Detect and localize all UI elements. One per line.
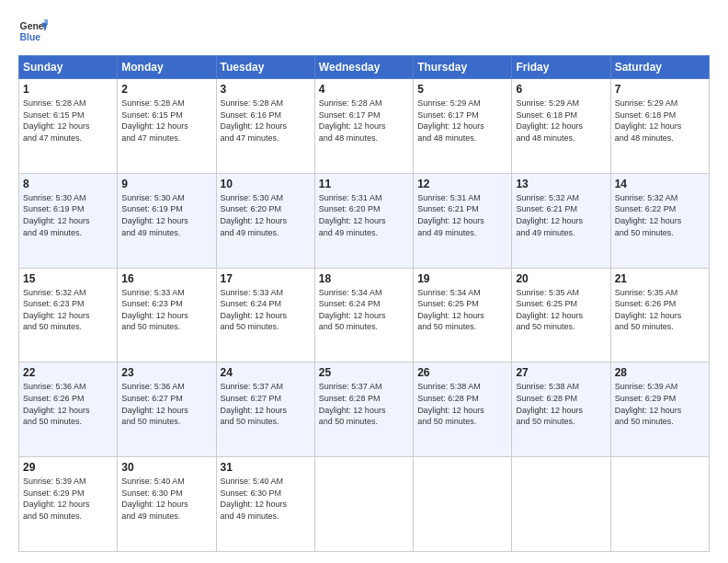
day-info: Sunrise: 5:40 AM Sunset: 6:30 PM Dayligh…: [121, 476, 211, 522]
day-info: Sunrise: 5:35 AM Sunset: 6:25 PM Dayligh…: [516, 287, 606, 333]
calendar-day-11: 11Sunrise: 5:31 AM Sunset: 6:20 PM Dayli…: [314, 173, 413, 268]
calendar-day-9: 9Sunrise: 5:30 AM Sunset: 6:19 PM Daylig…: [118, 173, 216, 268]
calendar-day-17: 17Sunrise: 5:33 AM Sunset: 6:24 PM Dayli…: [216, 268, 314, 362]
day-info: Sunrise: 5:39 AM Sunset: 6:29 PM Dayligh…: [615, 381, 705, 427]
logo-icon: General Blue: [18, 17, 48, 46]
day-number: 22: [23, 366, 113, 379]
calendar-day-14: 14Sunrise: 5:32 AM Sunset: 6:22 PM Dayli…: [610, 173, 709, 268]
day-info: Sunrise: 5:36 AM Sunset: 6:26 PM Dayligh…: [23, 381, 113, 427]
day-number: 30: [121, 461, 211, 474]
day-number: 9: [121, 178, 211, 190]
day-info: Sunrise: 5:30 AM Sunset: 6:19 PM Dayligh…: [23, 192, 113, 238]
calendar-day-29: 29Sunrise: 5:39 AM Sunset: 6:29 PM Dayli…: [19, 457, 118, 552]
day-number: 31: [221, 461, 311, 474]
calendar-day-4: 4Sunrise: 5:28 AM Sunset: 6:17 PM Daylig…: [314, 79, 413, 174]
logo: General Blue: [18, 17, 48, 46]
calendar-week-3: 15Sunrise: 5:32 AM Sunset: 6:23 PM Dayli…: [19, 268, 710, 362]
day-info: Sunrise: 5:38 AM Sunset: 6:28 PM Dayligh…: [516, 381, 606, 427]
day-info: Sunrise: 5:31 AM Sunset: 6:21 PM Dayligh…: [417, 192, 507, 238]
day-number: 13: [516, 178, 606, 190]
day-number: 26: [417, 366, 507, 379]
day-info: Sunrise: 5:39 AM Sunset: 6:29 PM Dayligh…: [23, 476, 113, 522]
day-number: 8: [23, 178, 113, 190]
day-info: Sunrise: 5:28 AM Sunset: 6:17 PM Dayligh…: [319, 98, 409, 144]
svg-text:Blue: Blue: [20, 32, 41, 42]
day-info: Sunrise: 5:28 AM Sunset: 6:15 PM Dayligh…: [121, 98, 211, 144]
calendar-day-2: 2Sunrise: 5:28 AM Sunset: 6:15 PM Daylig…: [118, 79, 216, 174]
calendar-day-21: 21Sunrise: 5:35 AM Sunset: 6:26 PM Dayli…: [610, 268, 709, 362]
calendar-day-20: 20Sunrise: 5:35 AM Sunset: 6:25 PM Dayli…: [512, 268, 610, 362]
day-number: 24: [221, 366, 311, 379]
weekday-tuesday: Tuesday: [216, 56, 314, 79]
day-info: Sunrise: 5:32 AM Sunset: 6:21 PM Dayligh…: [516, 192, 606, 238]
day-number: 1: [23, 83, 113, 96]
weekday-thursday: Thursday: [414, 56, 512, 79]
weekday-header-row: SundayMondayTuesdayWednesdayThursdayFrid…: [19, 56, 710, 79]
calendar-week-1: 1Sunrise: 5:28 AM Sunset: 6:15 PM Daylig…: [19, 79, 710, 174]
day-number: 12: [417, 178, 507, 190]
day-number: 18: [319, 272, 409, 285]
calendar-day-31: 31Sunrise: 5:40 AM Sunset: 6:30 PM Dayli…: [216, 457, 314, 552]
day-number: 10: [221, 178, 311, 190]
day-number: 23: [121, 366, 211, 379]
calendar-day-3: 3Sunrise: 5:28 AM Sunset: 6:16 PM Daylig…: [216, 79, 314, 174]
day-number: 21: [615, 272, 705, 285]
calendar-day-5: 5Sunrise: 5:29 AM Sunset: 6:17 PM Daylig…: [414, 79, 512, 174]
day-number: 4: [319, 83, 409, 96]
calendar-day-8: 8Sunrise: 5:30 AM Sunset: 6:19 PM Daylig…: [19, 173, 118, 268]
calendar-day-15: 15Sunrise: 5:32 AM Sunset: 6:23 PM Dayli…: [19, 268, 118, 362]
day-number: 29: [23, 461, 113, 474]
day-info: Sunrise: 5:29 AM Sunset: 6:17 PM Dayligh…: [417, 98, 507, 144]
day-info: Sunrise: 5:38 AM Sunset: 6:28 PM Dayligh…: [417, 381, 507, 427]
calendar-day-26: 26Sunrise: 5:38 AM Sunset: 6:28 PM Dayli…: [414, 362, 512, 457]
day-number: 16: [121, 272, 211, 285]
day-number: 15: [23, 272, 113, 285]
calendar-table: SundayMondayTuesdayWednesdayThursdayFrid…: [18, 55, 710, 552]
calendar-day-10: 10Sunrise: 5:30 AM Sunset: 6:20 PM Dayli…: [216, 173, 314, 268]
weekday-monday: Monday: [118, 56, 216, 79]
weekday-wednesday: Wednesday: [314, 56, 413, 79]
day-info: Sunrise: 5:31 AM Sunset: 6:20 PM Dayligh…: [319, 192, 409, 238]
day-info: Sunrise: 5:30 AM Sunset: 6:20 PM Dayligh…: [221, 192, 311, 238]
calendar-day-25: 25Sunrise: 5:37 AM Sunset: 6:28 PM Dayli…: [314, 362, 413, 457]
calendar-day-6: 6Sunrise: 5:29 AM Sunset: 6:18 PM Daylig…: [512, 79, 610, 174]
day-info: Sunrise: 5:36 AM Sunset: 6:27 PM Dayligh…: [121, 381, 211, 427]
calendar-week-4: 22Sunrise: 5:36 AM Sunset: 6:26 PM Dayli…: [19, 362, 710, 457]
calendar-day-13: 13Sunrise: 5:32 AM Sunset: 6:21 PM Dayli…: [512, 173, 610, 268]
calendar-day-7: 7Sunrise: 5:29 AM Sunset: 6:18 PM Daylig…: [610, 79, 709, 174]
calendar-day-24: 24Sunrise: 5:37 AM Sunset: 6:27 PM Dayli…: [216, 362, 314, 457]
empty-cell: [314, 457, 413, 552]
calendar-week-5: 29Sunrise: 5:39 AM Sunset: 6:29 PM Dayli…: [19, 457, 710, 552]
day-number: 19: [417, 272, 507, 285]
weekday-friday: Friday: [512, 56, 610, 79]
calendar-day-18: 18Sunrise: 5:34 AM Sunset: 6:24 PM Dayli…: [314, 268, 413, 362]
calendar-day-22: 22Sunrise: 5:36 AM Sunset: 6:26 PM Dayli…: [19, 362, 118, 457]
day-info: Sunrise: 5:29 AM Sunset: 6:18 PM Dayligh…: [516, 98, 606, 144]
calendar-day-27: 27Sunrise: 5:38 AM Sunset: 6:28 PM Dayli…: [512, 362, 610, 457]
day-info: Sunrise: 5:28 AM Sunset: 6:16 PM Dayligh…: [221, 98, 311, 144]
day-info: Sunrise: 5:33 AM Sunset: 6:23 PM Dayligh…: [121, 287, 211, 333]
calendar-day-1: 1Sunrise: 5:28 AM Sunset: 6:15 PM Daylig…: [19, 79, 118, 174]
calendar-day-23: 23Sunrise: 5:36 AM Sunset: 6:27 PM Dayli…: [118, 362, 216, 457]
day-number: 17: [221, 272, 311, 285]
day-info: Sunrise: 5:34 AM Sunset: 6:25 PM Dayligh…: [417, 287, 507, 333]
empty-cell: [414, 457, 512, 552]
day-number: 11: [319, 178, 409, 190]
calendar-week-2: 8Sunrise: 5:30 AM Sunset: 6:19 PM Daylig…: [19, 173, 710, 268]
empty-cell: [610, 457, 709, 552]
calendar-day-12: 12Sunrise: 5:31 AM Sunset: 6:21 PM Dayli…: [414, 173, 512, 268]
calendar-day-28: 28Sunrise: 5:39 AM Sunset: 6:29 PM Dayli…: [610, 362, 709, 457]
day-info: Sunrise: 5:32 AM Sunset: 6:22 PM Dayligh…: [615, 192, 705, 238]
empty-cell: [512, 457, 610, 552]
day-number: 20: [516, 272, 606, 285]
header: General Blue: [18, 17, 710, 46]
day-info: Sunrise: 5:29 AM Sunset: 6:18 PM Dayligh…: [615, 98, 705, 144]
day-info: Sunrise: 5:40 AM Sunset: 6:30 PM Dayligh…: [221, 476, 311, 522]
day-info: Sunrise: 5:35 AM Sunset: 6:26 PM Dayligh…: [615, 287, 705, 333]
day-info: Sunrise: 5:37 AM Sunset: 6:27 PM Dayligh…: [221, 381, 311, 427]
day-number: 2: [121, 83, 211, 96]
day-number: 25: [319, 366, 409, 379]
day-info: Sunrise: 5:34 AM Sunset: 6:24 PM Dayligh…: [319, 287, 409, 333]
day-info: Sunrise: 5:37 AM Sunset: 6:28 PM Dayligh…: [319, 381, 409, 427]
day-info: Sunrise: 5:30 AM Sunset: 6:19 PM Dayligh…: [121, 192, 211, 238]
